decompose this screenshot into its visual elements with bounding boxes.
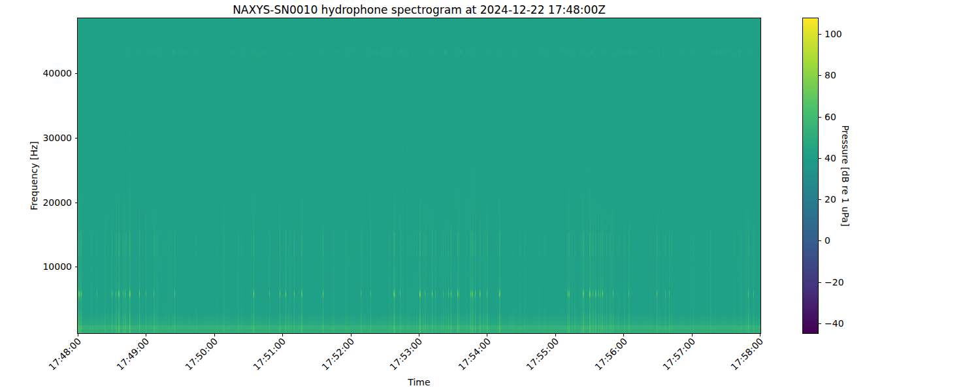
x-tick-mark <box>487 334 487 336</box>
spectrogram-canvas <box>77 18 761 334</box>
colorbar-tick-label: 100 <box>825 29 842 39</box>
colorbar-tick-label: −40 <box>825 318 844 329</box>
colorbar-gradient <box>802 18 819 334</box>
colorbar-tick-label: 20 <box>825 194 836 204</box>
x-tick-mark <box>419 334 419 336</box>
y-tick-label: 20000 <box>0 197 72 208</box>
colorbar-tick-mark <box>819 199 821 200</box>
x-tick-label: 17:50:00 <box>184 336 220 372</box>
y-tick-label: 30000 <box>0 133 72 143</box>
x-tick-mark <box>555 334 556 336</box>
colorbar-tick-mark <box>819 323 821 324</box>
x-tick-mark <box>146 334 146 336</box>
x-tick-label: 17:52:00 <box>320 336 357 372</box>
colorbar-tick-mark <box>819 117 821 118</box>
spectrogram-figure: NAXYS-SN0010 hydrophone spectrogram at 2… <box>0 0 980 392</box>
colorbar-label: Pressure [dB re 1 uPa] <box>840 125 851 226</box>
x-tick-mark <box>78 334 78 336</box>
colorbar-tick-label: 0 <box>825 235 830 246</box>
x-tick-mark <box>282 334 283 336</box>
colorbar-tick-mark <box>819 34 821 35</box>
y-tick-mark <box>75 203 78 203</box>
colorbar-tick-label: 80 <box>825 70 836 80</box>
x-tick-mark <box>351 334 351 336</box>
x-tick-label: 17:48:00 <box>47 336 84 372</box>
x-tick-label: 17:55:00 <box>525 336 561 372</box>
x-axis-label: Time <box>78 377 760 387</box>
x-tick-label: 17:49:00 <box>115 336 152 372</box>
colorbar-tick-mark <box>819 240 821 241</box>
x-tick-mark <box>760 334 760 336</box>
colorbar-tick-mark <box>819 282 821 283</box>
y-tick-label: 10000 <box>0 261 72 272</box>
colorbar-tick-mark <box>819 75 821 76</box>
y-tick-mark <box>75 267 78 267</box>
x-tick-label: 17:56:00 <box>593 336 630 372</box>
x-tick-mark <box>623 334 624 336</box>
x-tick-label: 17:57:00 <box>661 336 698 372</box>
x-tick-label: 17:53:00 <box>388 336 425 372</box>
colorbar-tick-label: 60 <box>825 112 836 122</box>
y-tick-mark <box>75 138 78 139</box>
colorbar-tick-label: 40 <box>825 153 836 163</box>
x-tick-label: 17:58:00 <box>729 336 766 372</box>
x-tick-mark <box>214 334 215 336</box>
y-tick-mark <box>75 73 78 74</box>
x-tick-label: 17:51:00 <box>252 336 288 372</box>
y-tick-label: 40000 <box>0 68 72 78</box>
colorbar-tick-label: −20 <box>825 277 844 287</box>
x-tick-mark <box>692 334 693 336</box>
colorbar-tick-mark <box>819 158 821 159</box>
x-tick-label: 17:54:00 <box>457 336 493 372</box>
chart-title: NAXYS-SN0010 hydrophone spectrogram at 2… <box>78 4 760 16</box>
